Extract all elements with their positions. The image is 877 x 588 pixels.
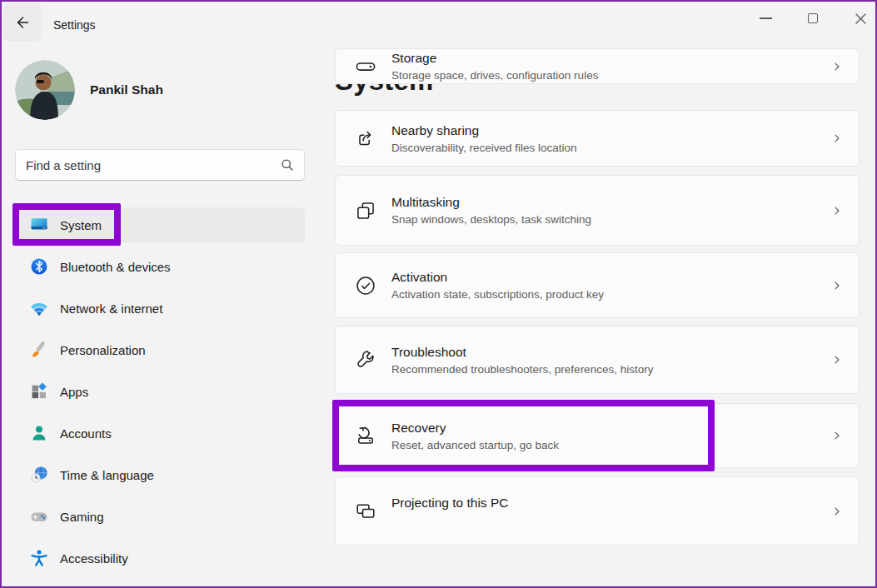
close-button[interactable] xyxy=(842,5,877,32)
gamepad-icon xyxy=(30,507,48,526)
multitasking-icon xyxy=(355,200,376,222)
sidebar-item-accounts[interactable]: Accounts xyxy=(15,412,305,454)
sidebar-item-label: Accessibility xyxy=(60,551,128,566)
storage-icon xyxy=(355,56,376,77)
globe-clock-icon xyxy=(30,466,48,484)
settings-card-recovery[interactable]: Recovery Reset, advanced startup, go bac… xyxy=(335,403,860,468)
chevron-right-icon xyxy=(830,279,844,292)
chevron-right-icon xyxy=(830,429,844,442)
sidebar-nav: System Bluetooth & devices xyxy=(15,204,305,579)
card-subtitle: Reset, advanced startup, go back xyxy=(391,437,559,453)
bluetooth-icon xyxy=(30,257,48,276)
card-subtitle: Storage space, drives, configuration rul… xyxy=(391,67,598,83)
chevron-right-icon xyxy=(830,204,844,217)
avatar xyxy=(15,60,75,120)
sidebar-item-label: Personalization xyxy=(60,343,146,357)
settings-card-projecting[interactable]: Projecting to this PC xyxy=(335,476,860,546)
settings-card-activation[interactable]: Activation Activation state, subscriptio… xyxy=(335,252,860,318)
recovery-icon xyxy=(355,425,376,446)
sidebar-item-time-language[interactable]: Time & language xyxy=(15,454,305,496)
maximize-button[interactable] xyxy=(795,5,831,32)
sidebar-item-apps[interactable]: Apps xyxy=(15,371,305,412)
user-profile[interactable]: Pankil Shah xyxy=(15,60,163,120)
card-title: Nearby sharing xyxy=(391,122,577,140)
minimize-icon xyxy=(760,17,772,18)
window-title: Settings xyxy=(53,2,96,48)
system-icon xyxy=(30,216,48,234)
card-title: Activation xyxy=(391,268,604,287)
card-title: Multitasking xyxy=(391,193,591,212)
wifi-icon xyxy=(30,299,48,317)
card-subtitle: Recommended troubleshooters, preferences… xyxy=(391,361,653,377)
back-button[interactable] xyxy=(3,3,42,42)
back-arrow-icon xyxy=(15,15,30,30)
projecting-icon xyxy=(355,501,376,522)
card-title: Recovery xyxy=(391,419,559,437)
sidebar-item-system[interactable]: System xyxy=(15,204,305,246)
card-title: Projecting to this PC xyxy=(391,494,508,512)
sidebar-item-gaming[interactable]: Gaming xyxy=(15,496,305,537)
paintbrush-icon xyxy=(30,341,48,359)
accessibility-person-icon xyxy=(30,549,48,567)
sidebar-item-label: Network & internet xyxy=(60,301,162,316)
search-icon[interactable] xyxy=(281,158,304,172)
sidebar-item-label: Gaming xyxy=(60,510,104,524)
sidebar-item-personalization[interactable]: Personalization xyxy=(15,329,305,371)
sidebar-item-accessibility[interactable]: Accessibility xyxy=(15,537,305,579)
chevron-right-icon xyxy=(830,505,844,518)
nearby-sharing-icon xyxy=(355,127,376,149)
settings-card-nearby-sharing[interactable]: Nearby sharing Discoverability, received… xyxy=(335,110,860,167)
chevron-right-icon xyxy=(830,132,844,145)
settings-card-storage[interactable]: Storage Storage space, drives, configura… xyxy=(335,48,860,84)
card-subtitle: Activation state, subscriptions, product… xyxy=(391,287,604,302)
close-icon xyxy=(855,12,867,25)
sidebar-item-network-internet[interactable]: Network & internet xyxy=(15,287,305,329)
sidebar-item-label: Bluetooth & devices xyxy=(60,260,171,274)
minimize-button[interactable] xyxy=(747,5,784,32)
search-input[interactable] xyxy=(16,158,281,172)
card-title: Troubleshoot xyxy=(391,343,653,361)
settings-card-troubleshoot[interactable]: Troubleshoot Recommended troubleshooters… xyxy=(335,326,860,394)
sidebar-item-label: Accounts xyxy=(60,426,112,441)
chevron-right-icon xyxy=(830,353,844,366)
card-subtitle: Snap windows, desktops, task switching xyxy=(391,212,591,227)
user-name: Pankil Shah xyxy=(90,82,163,97)
chevron-right-icon xyxy=(830,60,844,73)
card-subtitle: Discoverability, received files location xyxy=(391,140,577,156)
sidebar: Pankil Shah System xyxy=(2,48,318,588)
apps-icon xyxy=(30,382,48,401)
sidebar-item-label: Apps xyxy=(60,385,88,399)
card-subtitle xyxy=(391,512,508,528)
sidebar-item-label: Time & language xyxy=(60,468,154,482)
search-box xyxy=(15,149,305,181)
person-icon xyxy=(30,424,48,442)
settings-window: Settings xyxy=(0,0,877,588)
maximize-icon xyxy=(808,13,818,23)
main-content: System Storage Storage space, drives, co… xyxy=(335,48,860,588)
card-title: Storage xyxy=(391,49,598,67)
activation-check-icon xyxy=(355,275,376,296)
sidebar-item-label: System xyxy=(60,218,102,232)
settings-card-multitasking[interactable]: Multitasking Snap windows, desktops, tas… xyxy=(335,175,860,246)
titlebar: Settings xyxy=(2,2,875,48)
sidebar-item-bluetooth-devices[interactable]: Bluetooth & devices xyxy=(15,246,305,287)
wrench-icon xyxy=(355,349,376,371)
